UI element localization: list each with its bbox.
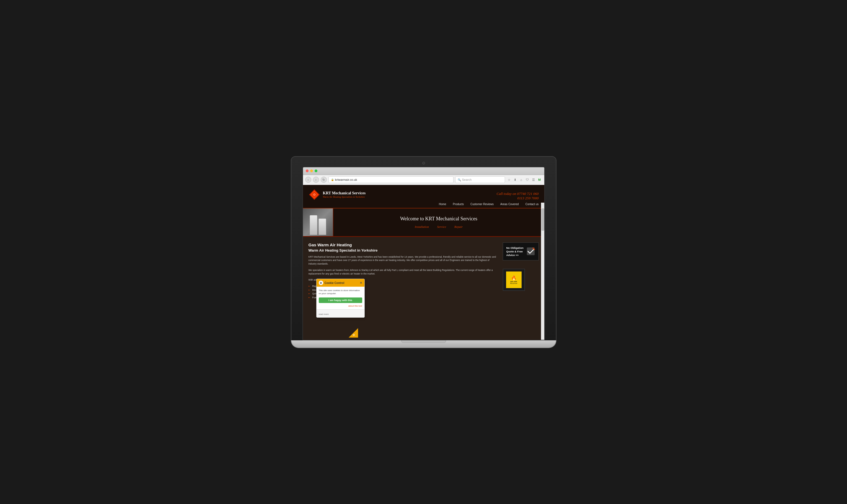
cookie-read-more-link[interactable]: read more [319, 313, 329, 316]
extension-icon[interactable]: M [537, 177, 542, 182]
back-icon: ‹ [308, 178, 309, 181]
refresh-icon: ↻ [322, 178, 325, 182]
close-window-button[interactable] [306, 169, 309, 172]
laptop-screen-frame: ‹ › ↻ 🔒 krtwarmair.co.uk 🔍 Search [291, 156, 556, 340]
logo-title: KRT Mechanical Services [323, 191, 366, 196]
hero-product-image [303, 209, 333, 236]
logo-subtitle: Warm Air Heating Specialists in Yorkshir… [323, 196, 366, 198]
gas-safe-text: gas safe [510, 281, 517, 283]
browser-toolbar: ‹ › ↻ 🔒 krtwarmair.co.uk 🔍 Search [303, 175, 544, 185]
hero-banner: Welcome to KRT Mechanical Services Insta… [303, 209, 544, 237]
content-right: No Obligation Quote & Free Advice >> [503, 242, 539, 302]
nav-contact-us[interactable]: Contact us [525, 203, 539, 206]
page-heading1: Gas Warm Air Heating [309, 242, 497, 247]
logo-area: KRT Mechanical Services Warm Air Heating… [309, 189, 366, 200]
browser-chrome: ‹ › ↻ 🔒 krtwarmair.co.uk 🔍 Search [303, 167, 544, 185]
back-button[interactable]: ‹ [305, 177, 311, 183]
heating-unit-short [318, 218, 326, 235]
corner-gear-icon: ⚙ [352, 334, 355, 337]
hero-repair-link[interactable]: Repair [454, 225, 463, 228]
fullscreen-window-button[interactable] [315, 169, 317, 172]
nav-home[interactable]: Home [439, 203, 446, 206]
body-para1: KRT Mechanical Services are based in Lee… [309, 255, 497, 266]
cookie-read-more-section: read more [316, 309, 364, 318]
logo-text-area: KRT Mechanical Services Warm Air Heating… [323, 191, 366, 198]
gas-safe-badge: 🔥 gas safe REGISTER [503, 269, 525, 291]
contact-call-line: Call today on 07740 721 060 [497, 192, 538, 196]
refresh-button[interactable]: ↻ [321, 177, 327, 183]
cookie-body: This site uses cookies to store informat… [316, 287, 364, 309]
cookie-about-link[interactable]: about this tool [319, 305, 362, 307]
gas-safe-logo: 🔥 gas safe REGISTER [506, 271, 522, 288]
quote-box[interactable]: No Obligation Quote & Free Advice >> [503, 242, 539, 261]
heating-unit-tall [310, 215, 317, 235]
bookmark-icon[interactable]: ☆ [507, 177, 512, 182]
header-contact: Call today on 07740 721 060 0113 259 700… [497, 192, 538, 200]
address-bar[interactable]: 🔒 krtwarmair.co.uk [328, 176, 453, 183]
hero-links: Installation Service Repair [338, 225, 540, 228]
contact-number: 0113 259 7000 [497, 196, 538, 200]
cookie-accept-button[interactable]: I am happy with this [319, 298, 362, 303]
browser-titlebar [303, 167, 544, 175]
nav-customer-reviews[interactable]: Customer Reviews [470, 203, 494, 206]
cookie-header: ⚙ Cookie Control ✕ [316, 279, 364, 287]
cookie-header-left: ⚙ Cookie Control [319, 281, 345, 285]
cookie-body-text: This site uses cookies to store informat… [319, 289, 362, 295]
nav-areas-covered[interactable]: Areas Covered [500, 203, 519, 206]
scrollbar-thumb[interactable] [541, 209, 544, 231]
menu-icon[interactable]: ☰ [531, 177, 536, 182]
shield-icon[interactable]: 🛡 [525, 177, 530, 182]
site-nav: Home Products Customer Reviews Areas Cov… [303, 200, 544, 209]
cookie-gear-icon: ⚙ [319, 281, 323, 285]
browser-content: KRT Mechanical Services Warm Air Heating… [303, 185, 544, 340]
cookie-title: Cookie Control [325, 282, 345, 285]
cookie-control-popup: ⚙ Cookie Control ✕ This site uses cookie… [316, 279, 365, 318]
product-units-image [310, 215, 326, 235]
corner-badge-area: ⚙ [349, 328, 358, 338]
home-icon[interactable]: ⌂ [519, 177, 524, 182]
hero-service-link[interactable]: Service [437, 225, 446, 228]
download-icon[interactable]: ⬇ [513, 177, 518, 182]
laptop-base [291, 340, 556, 348]
browser-toolbar-icons: ☆ ⬇ ⌂ 🛡 ☰ M [507, 177, 542, 182]
quote-checkmark-icon [526, 247, 535, 256]
search-bar[interactable]: 🔍 Search [455, 176, 505, 183]
gas-flame-icon: 🔥 [511, 275, 517, 281]
forward-button[interactable]: › [313, 177, 319, 183]
camera-notch [422, 162, 425, 164]
nav-products[interactable]: Products [453, 203, 464, 206]
url-text: krtwarmair.co.uk [335, 178, 357, 181]
search-placeholder: Search [462, 178, 472, 181]
quote-text: No Obligation Quote & Free Advice >> [506, 246, 524, 257]
logo-diamond-icon [309, 189, 320, 200]
screen-bezel: ‹ › ↻ 🔒 krtwarmair.co.uk 🔍 Search [302, 167, 545, 340]
page-heading2: Warm Air Heating Specialist in Yorkshire [309, 248, 497, 252]
hero-title: Welcome to KRT Mechanical Services [338, 216, 540, 222]
forward-icon: › [315, 178, 316, 181]
site-header: KRT Mechanical Services Warm Air Heating… [303, 185, 544, 200]
laptop-shell: ‹ › ↻ 🔒 krtwarmair.co.uk 🔍 Search [291, 156, 556, 348]
hero-text-area: Welcome to KRT Mechanical Services Insta… [333, 212, 544, 233]
minimize-window-button[interactable] [310, 169, 313, 172]
cookie-close-button[interactable]: ✕ [360, 281, 362, 285]
hero-installation-link[interactable]: Installation [415, 225, 429, 228]
gas-register-text: REGISTER [510, 283, 517, 284]
body-para2: We specialize in warm air heaters from J… [309, 268, 497, 276]
scrollbar[interactable] [541, 203, 544, 340]
